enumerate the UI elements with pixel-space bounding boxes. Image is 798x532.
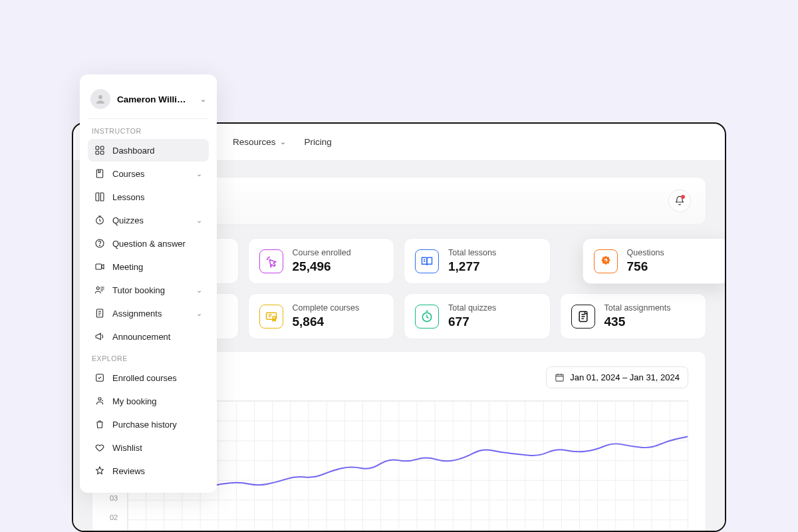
sidebar-item-label: Reviews xyxy=(112,466,202,476)
star-icon xyxy=(94,466,105,476)
sidebar-item-label: Enrolled courses xyxy=(112,373,202,383)
svg-rect-10 xyxy=(96,151,99,154)
nav-pricing[interactable]: Pricing xyxy=(305,137,332,147)
bookopen-icon xyxy=(415,249,439,273)
chevron-down-icon: ⌄ xyxy=(196,216,202,225)
svg-rect-9 xyxy=(100,146,104,150)
sidebar-section-explore: EXPLORE xyxy=(92,354,205,362)
enrolled-icon xyxy=(94,372,105,383)
clock-icon xyxy=(94,215,105,225)
stat-card-total-quizzes: Total quizzes677 xyxy=(404,293,551,339)
svg-rect-16 xyxy=(96,264,102,269)
sidebar-item-lessons[interactable]: Lessons xyxy=(88,186,209,208)
course-icon xyxy=(94,168,105,179)
svg-rect-11 xyxy=(100,151,104,154)
click-icon xyxy=(259,249,283,273)
qmark-icon xyxy=(594,249,618,273)
sidebar-item-label: Courses xyxy=(112,169,189,179)
stat-label: Questions xyxy=(627,248,664,257)
sidebar-item-reviews[interactable]: Reviews xyxy=(88,460,209,482)
grid-icon xyxy=(94,145,105,156)
stat-value: 677 xyxy=(448,315,496,329)
tutor-icon xyxy=(94,285,105,295)
sidebar-item-label: Tutor booking xyxy=(112,285,189,295)
notifications-button[interactable] xyxy=(668,190,691,212)
svg-point-7 xyxy=(98,95,102,99)
sidebar-item-assignments[interactable]: Assignments⌄ xyxy=(88,302,209,325)
profile-menu[interactable]: Cameron Willi… ⌄ xyxy=(88,85,209,119)
sidebar-item-label: Announcement xyxy=(112,332,202,342)
stat-value: 1,277 xyxy=(448,259,496,274)
sidebar-item-my-booking[interactable]: My booking xyxy=(88,390,209,412)
announce-icon xyxy=(94,331,105,342)
stat-card-complete-courses: Complete courses5,864 xyxy=(248,293,395,339)
sidebar-item-label: Dashboard xyxy=(112,146,202,156)
stat-label: Complete courses xyxy=(293,303,360,313)
stat-label: Total lessons xyxy=(448,248,496,257)
sidebar: Cameron Willi… ⌄ INSTRUCTOR DashboardCou… xyxy=(80,74,217,493)
stat-label: Course enrolled xyxy=(293,248,351,257)
stat-value: 435 xyxy=(604,315,671,329)
svg-point-17 xyxy=(96,287,99,289)
sidebar-item-meeting[interactable]: Meeting xyxy=(88,255,209,278)
sidebar-item-question-answer[interactable]: Question & answer xyxy=(88,232,209,255)
video-icon xyxy=(94,261,105,272)
sidebar-item-tutor-booking[interactable]: Tutor booking⌄ xyxy=(88,279,209,301)
date-range-picker[interactable]: Jan 01, 2024 – Jan 31, 2024 xyxy=(546,366,688,388)
person-icon xyxy=(94,93,106,105)
stat-label: Total assignments xyxy=(604,303,671,313)
sidebar-item-quizzes[interactable]: Quizzes⌄ xyxy=(88,209,209,231)
doc-icon xyxy=(571,305,595,329)
assign-icon xyxy=(94,308,105,319)
sidebar-item-dashboard[interactable]: Dashboard xyxy=(88,139,209,162)
stat-label: Total quizzes xyxy=(448,303,496,313)
chevron-down-icon: ⌄ xyxy=(196,286,202,295)
svg-point-15 xyxy=(100,245,100,246)
chevron-down-icon: ⌄ xyxy=(280,138,286,146)
sidebar-item-label: Question & answer xyxy=(112,239,202,249)
calendar-icon xyxy=(555,372,565,382)
svg-point-20 xyxy=(98,398,101,400)
sidebar-section-instructor: INSTRUCTOR xyxy=(92,127,205,135)
svg-point-0 xyxy=(605,263,606,263)
svg-rect-8 xyxy=(96,146,99,150)
sidebar-item-label: Quizzes xyxy=(112,215,189,225)
sidebar-item-label: My booking xyxy=(112,396,202,406)
sidebar-item-label: Assignments xyxy=(112,309,189,319)
sidebar-item-label: Purchase history xyxy=(112,420,202,430)
timer-icon xyxy=(415,305,439,329)
stat-value: 5,864 xyxy=(293,315,360,329)
chevron-down-icon: ⌄ xyxy=(200,95,206,104)
profile-name: Cameron Willi… xyxy=(117,94,194,104)
nav-resources[interactable]: Resources⌄ xyxy=(233,137,286,147)
sidebar-item-label: Lessons xyxy=(112,192,202,202)
svg-rect-12 xyxy=(96,170,102,178)
stat-card-questions: Questions756 xyxy=(583,238,726,284)
stat-value: 756 xyxy=(627,259,664,274)
sidebar-item-announcement[interactable]: Announcement xyxy=(88,325,209,348)
chevron-down-icon: ⌄ xyxy=(196,309,202,318)
bell-icon xyxy=(674,196,685,206)
sidebar-item-courses[interactable]: Courses⌄ xyxy=(88,162,209,185)
sidebar-item-purchase-history[interactable]: Purchase history xyxy=(88,413,209,436)
svg-rect-6 xyxy=(556,374,563,381)
stat-value: 25,496 xyxy=(293,259,351,274)
heart-icon xyxy=(94,442,105,453)
avatar xyxy=(90,89,110,109)
stat-card-total-assignments: Total assignments435 xyxy=(560,293,707,339)
bag-icon xyxy=(94,419,105,430)
sidebar-item-label: Meeting xyxy=(112,262,202,272)
stat-card-total-lessons: Total lessons1,277 xyxy=(404,238,551,284)
svg-point-3 xyxy=(273,316,275,319)
cert-icon xyxy=(259,305,283,329)
mybook-icon xyxy=(94,396,105,406)
sidebar-item-label: Wishlist xyxy=(112,443,202,453)
sidebar-item-wishlist[interactable]: Wishlist xyxy=(88,436,209,459)
question-icon xyxy=(94,238,105,249)
chevron-down-icon: ⌄ xyxy=(196,170,202,178)
stat-card-course-enrolled: Course enrolled25,496 xyxy=(248,238,395,284)
book-icon xyxy=(94,192,105,202)
sidebar-item-enrolled-courses[interactable]: Enrolled courses xyxy=(88,366,209,389)
date-range-label: Jan 01, 2024 – Jan 31, 2024 xyxy=(570,372,680,382)
